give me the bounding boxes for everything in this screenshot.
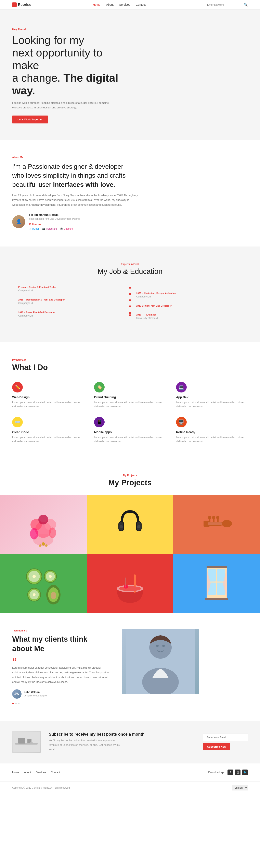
nav-link-about[interactable]: About (106, 3, 114, 6)
service-title-webdesign: Web Design (12, 395, 84, 399)
resume-headline: My Job & Education (12, 267, 248, 276)
avatar: 👤 (12, 215, 25, 228)
project-flowers[interactable] (0, 495, 87, 554)
service-item-mobile: 📱 Mobile apps Lorem ipsum dolor sit amet… (94, 417, 166, 444)
svg-point-7 (41, 542, 45, 546)
nav-links: Home About Services Contact (93, 3, 146, 6)
about-profile: 👤 Hi! I'm Marcus Nowak experienced Front… (12, 213, 248, 230)
projects-headline: My Projects (12, 478, 248, 487)
project-window[interactable] (173, 554, 260, 613)
timeline-left: Present – Design & Frontend Techn Compan… (12, 286, 130, 326)
footer-link-home[interactable]: Home (12, 771, 19, 774)
project-smoothie[interactable] (87, 554, 173, 613)
svg-rect-55 (205, 598, 228, 600)
dot-3[interactable] (18, 703, 20, 704)
instagram-icon: 📷 (42, 227, 45, 230)
svg-rect-52 (217, 569, 225, 582)
copyright-text: Copyright © 2020 Company name. All right… (12, 786, 70, 789)
author-title: Graphic Webdesigner (24, 694, 48, 697)
subscribe-email-input[interactable] (203, 734, 248, 741)
dot-1[interactable] (12, 703, 14, 704)
mobile-icon: 📱 (94, 417, 105, 427)
footer-links: Home About Services Contact (12, 771, 60, 774)
about-section: About Me I'm a Passionate designer & dev… (0, 140, 260, 247)
dot-2[interactable] (15, 703, 17, 704)
footer-link-about[interactable]: About (24, 771, 31, 774)
project-trumpet[interactable] (173, 495, 260, 554)
service-desc-brand: Lorem ipsum dolor sit amet elit. autet t… (94, 400, 166, 409)
projects-grid (0, 495, 260, 613)
svg-rect-28 (18, 554, 69, 613)
app-store-icon[interactable]: ◫ (235, 770, 240, 775)
hero-cta-button[interactable]: Let's Work Together (12, 116, 48, 123)
language-select[interactable]: English (232, 785, 248, 790)
testimonial-photo (122, 629, 199, 694)
services-grid: ✏️ Web Design Lorem ipsum dolor sit amet… (12, 382, 248, 444)
testimonials-section: Testimonials What my clients think about… (0, 613, 260, 720)
logo-icon: R (12, 2, 17, 7)
svg-rect-41 (105, 554, 155, 613)
timeline-item: Present – Design & Frontend Techn Compan… (18, 286, 124, 292)
svg-point-16 (137, 525, 140, 528)
project-kiwi[interactable] (0, 554, 87, 613)
project-headphones[interactable] (87, 495, 173, 554)
nav-link-services[interactable]: Services (119, 3, 130, 6)
social-instagram[interactable]: 📷 Instagram (42, 227, 57, 230)
timeline-item: 2016 – Junior Front-End Developer Compan… (18, 311, 124, 317)
navbar: R Reprise Home About Services Contact 🔍 (0, 0, 260, 9)
search-input[interactable] (207, 3, 241, 6)
subscribe-text: Subscribe to receive my best posts once … (49, 732, 195, 752)
svg-rect-26 (213, 518, 214, 522)
nav-link-home[interactable]: Home (93, 3, 100, 6)
svg-point-15 (120, 525, 123, 528)
services-tag: My Services (12, 359, 248, 362)
service-title-retina: Retina Ready (176, 430, 248, 434)
svg-rect-25 (209, 518, 210, 522)
timeline-right: 2020 – Illustration, Design, Animation C… (130, 286, 248, 326)
svg-point-40 (49, 575, 52, 578)
twitter-icon: 𝕏 (29, 227, 31, 230)
footer-link-contact[interactable]: Contact (51, 771, 60, 774)
social-twitter[interactable]: 𝕏 Twitter (29, 227, 39, 230)
timeline-item: 2016 – IT Engineer University of Oxford (136, 313, 242, 319)
quote-mark: ❝ (12, 659, 110, 663)
timeline: Present – Design & Frontend Techn Compan… (12, 286, 248, 326)
svg-point-8 (39, 544, 41, 547)
dribbble-icon: ⚽ (60, 227, 63, 230)
testimonial-text: Lorem ipsum dolor sit amet consectetur a… (12, 665, 110, 684)
twitter-footer-icon[interactable]: 🐦 (242, 770, 248, 775)
svg-point-59 (156, 645, 158, 647)
svg-point-60 (162, 645, 165, 647)
projects-tag: My Projects (12, 474, 248, 477)
service-title-appdev: App Dev (176, 395, 248, 399)
search-icon[interactable]: 🔍 (244, 3, 248, 7)
service-desc-retina: Lorem ipsum dolor sit amet elit. autet t… (176, 435, 248, 444)
hero-description: I design with a purpose: keeping digital… (12, 101, 110, 110)
svg-rect-27 (217, 518, 219, 522)
testimonials-headline: What my clients think about Me (12, 634, 110, 654)
svg-point-45 (119, 586, 141, 591)
footer-nav: Home About Services Contact Download app… (0, 763, 260, 781)
search-bar (207, 3, 241, 6)
hero-section: Hey There! Looking for my next opportuni… (0, 9, 260, 140)
service-item-webdesign: ✏️ Web Design Lorem ipsum dolor sit amet… (12, 382, 84, 409)
svg-rect-21 (208, 522, 222, 525)
facebook-icon[interactable]: f (228, 770, 233, 775)
service-desc-code: Lorem ipsum dolor sit amet elit. autet t… (12, 435, 84, 444)
hero-headline: Looking for my next opportunity to make … (12, 34, 122, 97)
timeline-item: 2020 – Illustration, Design, Animation C… (136, 292, 242, 298)
testimonial-dots (12, 703, 110, 704)
svg-rect-50 (207, 566, 227, 568)
nav-right: 🔍 (207, 3, 248, 7)
social-dribbble[interactable]: ⚽ Dribbble (60, 227, 73, 230)
follow-label: Follow me (29, 223, 80, 226)
footer-link-services[interactable]: Services (36, 771, 46, 774)
nav-link-contact[interactable]: Contact (136, 3, 146, 6)
svg-rect-10 (105, 495, 155, 554)
subscribe-button[interactable]: Subscribe Now (203, 743, 230, 750)
svg-point-20 (222, 520, 232, 527)
resume-tag: Experts In Field (12, 263, 248, 266)
svg-point-37 (33, 593, 35, 596)
services-headline: What I Do (12, 363, 248, 372)
app-icons: f ◫ 🐦 (228, 770, 248, 775)
